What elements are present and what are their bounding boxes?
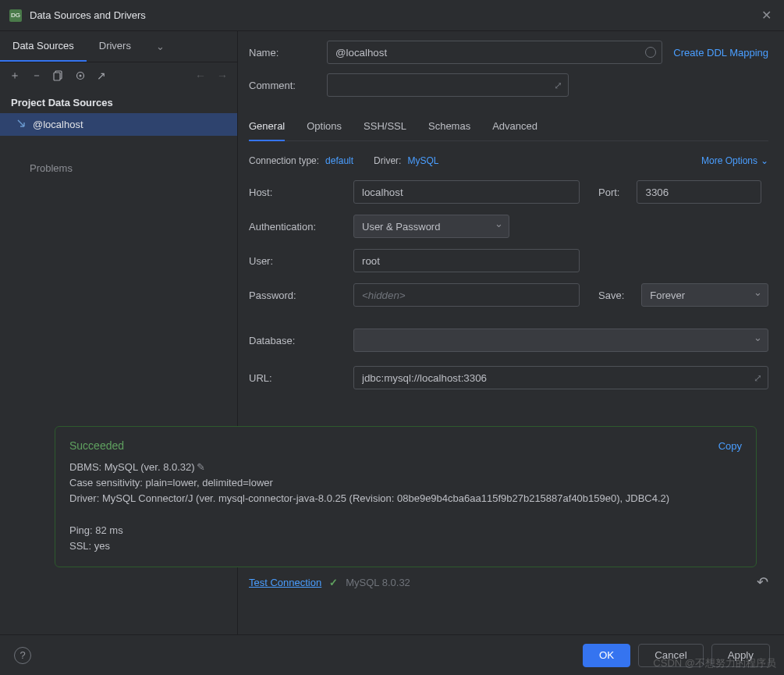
database-select[interactable] xyxy=(353,329,768,352)
popup-line: Ping: 82 ms xyxy=(69,523,742,538)
connection-version: MySQL 8.0.32 xyxy=(346,577,410,588)
database-label: Database: xyxy=(249,335,342,346)
pencil-icon[interactable]: ✎ xyxy=(197,461,205,473)
remove-icon[interactable]: － xyxy=(31,69,42,83)
copy-icon[interactable] xyxy=(53,70,64,81)
connection-result-popup: Succeeded Copy DBMS: MySQL (ver. 8.0.32)… xyxy=(55,426,757,567)
ok-button[interactable]: OK xyxy=(583,644,630,667)
popup-line: DBMS: MySQL (ver. 8.0.32) xyxy=(69,461,195,473)
svg-rect-1 xyxy=(54,73,60,80)
problems-item[interactable]: Problems xyxy=(0,136,237,180)
gear-icon[interactable] xyxy=(75,70,86,81)
test-connection-link[interactable]: Test Connection xyxy=(249,577,321,588)
url-input[interactable] xyxy=(353,366,768,389)
close-icon[interactable]: ✕ xyxy=(758,5,775,26)
name-label: Name: xyxy=(249,47,316,59)
forward-icon: → xyxy=(217,69,228,82)
host-input[interactable] xyxy=(353,180,580,204)
user-input[interactable] xyxy=(353,249,580,272)
tab-ssh-ssl[interactable]: SSH/SSL xyxy=(364,112,406,141)
datasource-icon xyxy=(16,118,27,131)
create-ddl-link[interactable]: Create DDL Mapping xyxy=(673,47,768,59)
help-icon[interactable]: ? xyxy=(14,647,31,664)
copy-link[interactable]: Copy xyxy=(718,440,742,452)
more-options-link[interactable]: More Options⌄ xyxy=(701,155,768,166)
driver-link[interactable]: MySQL xyxy=(407,155,438,166)
url-label: URL: xyxy=(249,372,342,384)
expand-icon[interactable]: ⤢ xyxy=(554,80,562,91)
color-indicator-icon[interactable] xyxy=(645,47,656,58)
password-label: Password: xyxy=(249,290,342,301)
tab-data-sources[interactable]: Data Sources xyxy=(0,31,87,62)
revert-icon[interactable]: ↶ xyxy=(757,574,768,591)
app-icon: DG xyxy=(9,9,22,22)
driver-label: Driver: xyxy=(374,155,401,166)
popup-line: Case sensitivity: plain=lower, delimited… xyxy=(69,475,742,491)
conn-type-label: Connection type: xyxy=(249,155,319,166)
tab-advanced[interactable]: Advanced xyxy=(492,112,537,141)
tab-drivers[interactable]: Drivers xyxy=(87,31,144,62)
save-label: Save: xyxy=(598,290,624,301)
tab-options[interactable]: Options xyxy=(307,112,342,141)
popup-title: Succeeded xyxy=(69,439,124,452)
expand-icon[interactable]: ⤢ xyxy=(754,372,762,384)
port-input[interactable] xyxy=(637,180,761,204)
auth-select[interactable]: User & Password xyxy=(353,215,509,238)
port-label: Port: xyxy=(598,187,619,198)
popup-line: SSL: yes xyxy=(69,538,742,554)
password-input[interactable] xyxy=(353,283,580,307)
window-title: Data Sources and Drivers xyxy=(30,9,758,21)
conn-type-link[interactable]: default xyxy=(325,155,353,166)
tree-item-label: @localhost xyxy=(33,119,83,130)
popup-line: Driver: MySQL Connector/J (ver. mysql-co… xyxy=(69,491,742,506)
section-header: Project Data Sources xyxy=(0,89,237,113)
chevron-down-icon: ⌄ xyxy=(761,155,768,166)
tree-item-localhost[interactable]: @localhost xyxy=(0,113,237,136)
check-icon: ✓ xyxy=(329,577,338,588)
tab-general[interactable]: General xyxy=(249,112,285,141)
add-icon[interactable]: ＋ xyxy=(9,69,20,83)
tab-schemas[interactable]: Schemas xyxy=(428,112,470,141)
comment-input[interactable] xyxy=(327,73,569,97)
export-icon[interactable]: ↗ xyxy=(97,69,106,82)
host-label: Host: xyxy=(249,187,342,198)
chevron-down-icon[interactable]: ⌄ xyxy=(150,34,171,59)
back-icon: ← xyxy=(195,69,206,82)
svg-point-3 xyxy=(80,75,82,77)
user-label: User: xyxy=(249,255,342,267)
name-input[interactable] xyxy=(327,41,662,64)
save-select[interactable]: Forever xyxy=(641,283,768,307)
comment-label: Comment: xyxy=(249,80,316,91)
watermark: CSDN @不想努力的程序员 xyxy=(653,656,776,670)
auth-label: Authentication: xyxy=(249,221,342,233)
